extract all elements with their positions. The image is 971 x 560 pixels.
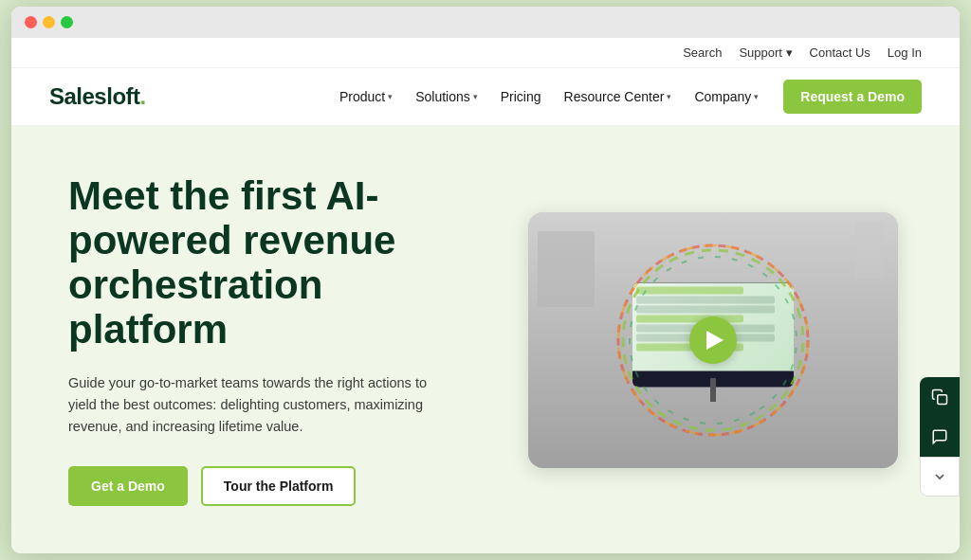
decorative-papers — [538, 231, 595, 307]
sidebar-float — [920, 377, 960, 497]
nav-product[interactable]: Product ▾ — [330, 83, 402, 110]
nav-resource-center[interactable]: Resource Center ▾ — [555, 83, 682, 110]
nav-company[interactable]: Company ▾ — [685, 83, 768, 110]
minimize-button[interactable] — [43, 16, 55, 28]
close-button[interactable] — [25, 16, 37, 28]
chat-icon — [931, 428, 948, 445]
hero-title: Meet the first AI-powered revenue orches… — [68, 173, 467, 352]
browser-titlebar — [11, 7, 960, 38]
video-bg — [528, 212, 898, 468]
tour-platform-button[interactable]: Tour the Platform — [201, 466, 357, 506]
chevron-down-icon: ▾ — [473, 92, 478, 101]
hero-subtitle: Guide your go-to-market teams towards th… — [68, 372, 429, 439]
contact-link[interactable]: Contact Us — [810, 45, 870, 60]
login-link[interactable]: Log In — [888, 45, 922, 60]
nav-pricing[interactable]: Pricing — [491, 83, 551, 110]
request-demo-button[interactable]: Request a Demo — [783, 80, 922, 114]
svg-rect-4 — [938, 395, 947, 405]
nav-solutions[interactable]: Solutions ▾ — [406, 83, 487, 110]
search-link[interactable]: Search — [683, 45, 722, 60]
hero-image-area — [504, 212, 922, 468]
copy-icon-button[interactable] — [920, 377, 960, 417]
maximize-button[interactable] — [61, 16, 73, 28]
play-icon — [706, 331, 724, 350]
chevron-down-icon: ▾ — [388, 92, 393, 101]
hero-content: Meet the first AI-powered revenue orches… — [68, 173, 467, 507]
get-demo-button[interactable]: Get a Demo — [68, 466, 188, 506]
video-container[interactable] — [528, 212, 898, 468]
copy-icon — [931, 388, 948, 406]
chat-icon-button[interactable] — [920, 417, 960, 457]
logo-dot: . — [140, 83, 146, 109]
chevron-down-icon — [932, 469, 947, 484]
chevron-down-icon: ▾ — [754, 92, 759, 101]
play-button[interactable] — [689, 316, 737, 364]
hero-section: Meet the first AI-powered revenue orches… — [11, 126, 960, 554]
logo: Salesloft. — [49, 83, 146, 110]
decorative-object — [855, 222, 884, 279]
main-navbar: Salesloft. Product ▾ Solutions ▾ Pricing… — [11, 68, 960, 126]
chevron-down-icon: ▾ — [667, 92, 671, 101]
nav-links: Product ▾ Solutions ▾ Pricing Resource C… — [330, 80, 922, 114]
top-utility-bar: Search Support ▾ Contact Us Log In — [11, 38, 960, 68]
scroll-down-button[interactable] — [920, 457, 960, 497]
hero-buttons: Get a Demo Tour the Platform — [68, 466, 467, 506]
support-link[interactable]: Support ▾ — [739, 45, 792, 60]
browser-window: Search Support ▾ Contact Us Log In Sales… — [11, 7, 960, 554]
